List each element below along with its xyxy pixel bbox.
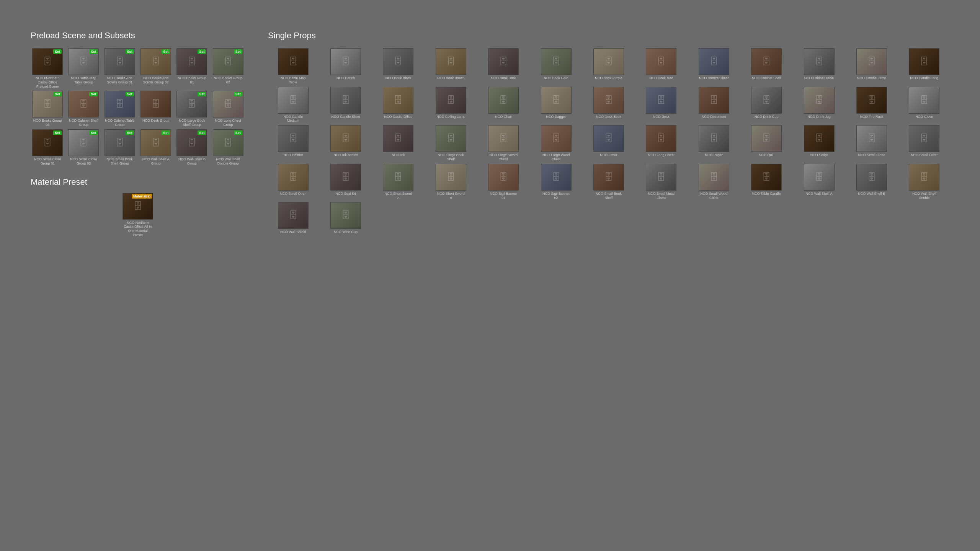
asset-item[interactable]: 🗄NCO Drink Cup (741, 87, 791, 123)
asset-item[interactable]: 🗄NCO Book Dark (479, 48, 529, 85)
asset-item[interactable]: 🗄NCO Book Black (373, 48, 423, 85)
asset-item[interactable]: 🗄NCO Book Red (636, 48, 686, 85)
asset-label: NCO Wall Shelf A Group (140, 157, 171, 166)
asset-item[interactable]: 🗄NCO Scroll Letter (899, 125, 949, 161)
asset-label: NCO Seal Kit (335, 192, 356, 196)
asset-label: NCO Books Group 01 (176, 76, 207, 85)
asset-item[interactable]: 🗄NCO Large Sword Stand (479, 125, 529, 161)
asset-item[interactable]: 🗄NCO Desk Group (139, 91, 173, 127)
asset-item[interactable]: Set🗄NCO Battle Map Table Group (67, 48, 100, 88)
asset-item[interactable]: 🗄NCO Dagger (531, 87, 581, 123)
asset-item[interactable]: 🗄NCO Desk Book (583, 87, 634, 123)
asset-label: NCO Northern Castle Office All In One Ma… (122, 221, 153, 237)
asset-item[interactable]: 🗄NCO Candle Medium (268, 87, 318, 123)
asset-label: NCO Long Chest Group (213, 119, 243, 127)
asset-label: NCO Table Candle (752, 192, 781, 196)
asset-label: NCO Dagger (546, 115, 566, 119)
asset-item[interactable]: 🗄NCO Battle Map Table (268, 48, 318, 85)
asset-item[interactable]: 🗄NCO Ink bottles (320, 125, 371, 161)
asset-label: NCO Quill (759, 153, 774, 157)
asset-item[interactable]: 🗄NCO Wall Shelf Double (899, 164, 949, 200)
asset-label: NCO Drink Cup (755, 115, 779, 119)
asset-item[interactable]: 🗄NCO Letter (583, 125, 634, 161)
asset-item[interactable]: 🗄NCO Castle Office (373, 87, 423, 123)
asset-item[interactable]: 🗄NCO Candle Short (320, 87, 371, 123)
asset-item[interactable]: Set🗄NCO Books Group 03 (31, 91, 64, 127)
asset-item[interactable]: 🗄NCO Bronze Chest (689, 48, 739, 85)
asset-item[interactable]: 🗄NCO Bench (320, 48, 371, 85)
asset-item[interactable]: 🗄NCO Small Metal Chest (636, 164, 686, 200)
asset-item[interactable]: 🗄NCO Ink (373, 125, 423, 161)
asset-item[interactable]: 🗄NCO Scroll Close (846, 125, 897, 161)
asset-item[interactable]: Set🗄NCO Books Group 02 (211, 48, 245, 88)
asset-item[interactable]: 🗄NCO Table Candle (741, 164, 791, 200)
asset-item[interactable]: Set🗄NCO 0Northern Castle Office Preload … (31, 48, 64, 88)
asset-item[interactable]: Set🗄NCO Books And Scrolls Group 01 (103, 48, 137, 88)
asset-label: NCO Candle Short (332, 115, 360, 119)
asset-label: NCO 0Northern Castle Office Preload Scen… (32, 76, 63, 88)
asset-label: NCO Small Wood Chest (699, 192, 729, 200)
asset-item[interactable]: Set🗄NCO Large Book Shelf Group (175, 91, 209, 127)
asset-item[interactable]: 🗄NCO Short Sword A (373, 164, 423, 200)
asset-item[interactable]: 🗄NCO Scroll Open (268, 164, 318, 200)
asset-item[interactable]: Set🗄NCO Small Book Shelf Group (103, 129, 137, 166)
asset-item[interactable]: 🗄NCO Cabinet Shelf (741, 48, 791, 85)
asset-item[interactable]: 🗄NCO Helmet (268, 125, 318, 161)
asset-item[interactable]: 🗄NCO Book Gold (531, 48, 581, 85)
asset-label: NCO Desk (653, 115, 670, 119)
asset-label: NCO Large Book Shelf Group (176, 119, 207, 127)
asset-item[interactable]: 🗄NCO Large Book Shelf (426, 125, 476, 161)
asset-label: NCO Long Chest (648, 153, 675, 157)
asset-item[interactable]: Set🗄NCO Books And Scrolls Group 02 (139, 48, 173, 88)
asset-item[interactable]: Set🗄NCO Cabinet Table Group (103, 91, 137, 127)
asset-item[interactable]: Set🗄NCO Scroll Close Group 01 (31, 129, 64, 166)
asset-item[interactable]: 🗄NCO Short Sword B (426, 164, 476, 200)
asset-item[interactable]: 🗄NCO Desk (636, 87, 686, 123)
asset-item[interactable]: Set🗄NCO Long Chest Group (211, 91, 245, 127)
asset-label: NCO Wall Shield (280, 230, 306, 234)
asset-item[interactable]: Set🗄NCO Wall Shelf A Group (139, 129, 173, 166)
preload-grid: Set🗄NCO 0Northern Castle Office Preload … (31, 48, 245, 166)
asset-item[interactable]: Set🗄NCO Scroll Close Group 02 (67, 129, 100, 166)
asset-label: NCO Ink (392, 153, 405, 157)
asset-item[interactable]: Material(s)🗄NCO Northern Castle Office A… (31, 193, 245, 237)
asset-label: NCO Book Black (385, 76, 412, 80)
asset-item[interactable]: Set🗄NCO Wall Shelf B Group (175, 129, 209, 166)
asset-item[interactable]: 🗄NCO Small Book Shelf (583, 164, 634, 200)
asset-item[interactable]: 🗄NCO Cabinet Table (794, 48, 844, 85)
asset-label: NCO Scroll Letter (911, 153, 938, 157)
asset-item[interactable]: Set🗄NCO Wall Shelf Double Group (211, 129, 245, 166)
asset-item[interactable]: 🗄NCO Chair (479, 87, 529, 123)
asset-item[interactable]: 🗄NCO Long Chest (636, 125, 686, 161)
asset-item[interactable]: Set🗄NCO Cabinet Shelf Group (67, 91, 100, 127)
asset-item[interactable]: 🗄NCO Sigil Banner 02 (531, 164, 581, 200)
asset-item[interactable]: 🗄NCO Wine Cup (320, 202, 371, 234)
asset-label: NCO Small Book Shelf Group (105, 157, 135, 166)
asset-item[interactable]: 🗄NCO Sigil Banner 01 (479, 164, 529, 200)
asset-item[interactable]: Set🗄NCO Books Group 01 (175, 48, 209, 88)
asset-item[interactable]: 🗄NCO Book Brown (426, 48, 476, 85)
asset-item[interactable]: 🗄NCO Ceiling Lamp (426, 87, 476, 123)
asset-label: NCO Cabinet Shelf (752, 76, 781, 80)
asset-item[interactable]: 🗄NCO Wall Shield (268, 202, 318, 234)
asset-label: NCO Sigil Banner 02 (541, 192, 572, 200)
asset-label: NCO Desk Group (142, 119, 170, 123)
asset-item[interactable]: 🗄NCO Quill (741, 125, 791, 161)
asset-label: NCO Chair (495, 115, 512, 119)
asset-item[interactable]: 🗄NCO Fire Rack (846, 87, 897, 123)
asset-item[interactable]: 🗄NCO Drink Jug (794, 87, 844, 123)
asset-item[interactable]: 🗄NCO Large Wood Chest (531, 125, 581, 161)
asset-item[interactable]: 🗄NCO Paper (689, 125, 739, 161)
asset-item[interactable]: 🗄NCO Book Purple (583, 48, 634, 85)
asset-item[interactable]: 🗄NCO Wall Shelf A (794, 164, 844, 200)
asset-item[interactable]: 🗄NCO Script (794, 125, 844, 161)
asset-item[interactable]: 🗄NCO Candle Lamp (846, 48, 897, 85)
asset-item[interactable]: 🗄NCO Small Wood Chest (689, 164, 739, 200)
asset-item[interactable]: 🗄NCO Seal Kit (320, 164, 371, 200)
asset-item[interactable]: 🗄NCO Glove (899, 87, 949, 123)
asset-label: NCO Battle Map Table (278, 76, 309, 85)
asset-item[interactable]: 🗄NCO Candle Long (899, 48, 949, 85)
asset-item[interactable]: 🗄NCO Document (689, 87, 739, 123)
asset-item[interactable]: 🗄NCO Wall Shelf B (846, 164, 897, 200)
asset-label: NCO Short Sword A (383, 192, 413, 200)
